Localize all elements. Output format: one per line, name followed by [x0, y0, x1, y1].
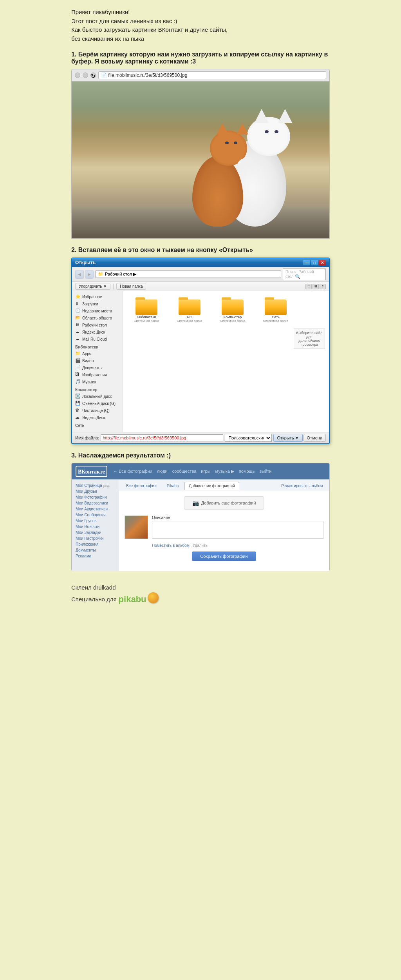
vk-sidebar-mypage[interactable]: Моя Страница ред. [74, 483, 117, 488]
minimize-button[interactable]: — [303, 260, 310, 265]
sidebar-item-yandexdisk[interactable]: ☁ Яндекс.Диск [72, 328, 123, 336]
sidebar-item-izbrannoye[interactable]: ⭐ Избранное [72, 293, 123, 300]
vk-sidebar-messages[interactable]: Мои Сообщения [74, 512, 117, 518]
view-buttons: ☰ ⊞ ? [305, 284, 326, 289]
sidebar-item-desktop[interactable]: 🖥 Рабочий стол [72, 321, 123, 328]
search-placeholder: Поиск: Рабочий стол [285, 270, 314, 279]
vk-sidebar-photos[interactable]: Мои Фотографии [74, 494, 117, 500]
sidebar-label-izbrannoye: Избранное [82, 295, 102, 299]
filename-input[interactable] [101, 434, 223, 441]
new-folder-button[interactable]: Новая папка [116, 283, 146, 290]
vk-sidebar-settings[interactable]: Мои Настройки [74, 535, 117, 541]
folder-icon-computer [222, 297, 244, 315]
close-button[interactable]: ✕ [319, 260, 326, 265]
vk-sidebar: Моя Страница ред. Мои Друзья Мои Фотогра… [72, 479, 119, 571]
shared-icon: 📂 [75, 315, 81, 321]
intro-line3: Как быстро загружать картинки ВКонтакт и… [71, 25, 330, 34]
forward-button[interactable] [83, 73, 88, 78]
save-photos-button[interactable]: Сохранить фотографии [192, 552, 256, 561]
star-icon: ⭐ [75, 294, 81, 299]
place-in-album-button[interactable]: Поместить в альбом [152, 543, 190, 548]
folder-item-computer[interactable]: Компьютер Системная папка [215, 297, 250, 323]
sidebar-label-zagruzki: Загрузки [82, 302, 98, 306]
mailcloud-icon: ☁ [75, 336, 81, 342]
sidebar-item-removabledisk[interactable]: 💾 Съемный диск (G) [72, 400, 123, 407]
sidebar-item-recyclebin[interactable]: 🗑 Чистилище (Q) [72, 407, 123, 414]
address-text: Рабочий стол ▶ [105, 272, 136, 277]
vk-sidebar-audio[interactable]: Мои Аудиозаписи [74, 506, 117, 512]
vk-nav-communities[interactable]: сообщества [172, 469, 197, 474]
maximize-button[interactable]: □ [311, 260, 318, 265]
pikabu-text: pikabu [119, 592, 146, 606]
vk-sidebar-apps[interactable]: Приложения [74, 541, 117, 547]
organize-button[interactable]: Упорядочить ▼ [75, 283, 110, 290]
sidebar-item-apps[interactable]: 📁 Apps [72, 350, 123, 357]
folder-item-pc[interactable]: PC Системная папка [172, 297, 207, 323]
back-button[interactable] [75, 73, 80, 78]
sidebar-label-localdisk: Локальный диск [82, 394, 112, 399]
vk-nav-help[interactable]: помощь [239, 469, 255, 474]
view-list-button[interactable]: ☰ [305, 284, 312, 289]
sidebar-label-documents: Документы [82, 366, 103, 370]
description-textarea[interactable] [152, 521, 323, 539]
refresh-button[interactable]: ↻ [90, 73, 96, 78]
vk-nav-allphotos[interactable]: ← Все фотографии [113, 469, 152, 474]
url-text: file.mobilmusic.ru/3e/5f/d3/569500.jpg [108, 73, 187, 78]
video-icon: 🎬 [75, 358, 81, 363]
vk-nav-logout[interactable]: выйти [259, 469, 271, 474]
cat-image-container [71, 82, 330, 239]
vk-sidebar-friends[interactable]: Мои Друзья [74, 488, 117, 494]
open-button[interactable]: Открыть ▼ [273, 434, 302, 442]
vk-sidebar-ads[interactable]: Реклама [74, 553, 117, 559]
back-nav-arrow[interactable]: ◀ [75, 270, 84, 279]
nav-arrows: ◀ ▶ [75, 270, 94, 279]
folder-item-network[interactable]: Сеть Системная папка [258, 297, 293, 323]
vk-sidebar-bookmarks[interactable]: Мои Закладки [74, 530, 117, 535]
vk-sidebar-docs[interactable]: Документы [74, 547, 117, 553]
pikabu-ball-icon [148, 592, 159, 603]
vk-tab-pikabu[interactable]: Pikabu [163, 482, 183, 490]
vk-logo-text: ВКонтакте [78, 469, 105, 475]
delete-photo-button[interactable]: Удалить [193, 543, 208, 548]
dialog-statusbar: Имя файла: Пользовательские файлы Открыт… [72, 432, 329, 443]
sidebar-item-documents[interactable]: 📄 Документы [72, 364, 123, 371]
sidebar-label-shared: Область общего [82, 316, 112, 320]
footer-section: Склеил drulkadd Специально для pikabu [71, 579, 330, 606]
sidebar-item-yandexdisk2[interactable]: ☁ Яндекс Диск [72, 414, 123, 421]
vk-nav-people[interactable]: люди [157, 469, 168, 474]
vk-nav-games[interactable]: игры [201, 469, 210, 474]
sidebar-item-localdisk[interactable]: 💽 Локальный диск [72, 393, 123, 400]
dialog-body: ⭐ Избранное ⬇ Загрузки 🕐 Недавние места [72, 291, 329, 432]
browser-url[interactable]: 📄 file.mobilmusic.ru/3e/5f/d3/569500.jpg [98, 71, 326, 79]
folder-item-libraries[interactable]: Библиотеки Системная папка [129, 297, 164, 323]
vk-tab-addphotos[interactable]: Добавление фотографий [184, 482, 239, 490]
folder-label-computer: Компьютер [224, 315, 242, 319]
vk-sidebar-videos[interactable]: Мои Видеозаписи [74, 500, 117, 506]
sidebar-item-recentplaces[interactable]: 🕐 Недавние места [72, 307, 123, 314]
open-label: Открыть [277, 436, 294, 440]
vk-sidebar-groups[interactable]: Мои Группы [74, 518, 117, 524]
add-photos-button[interactable]: 📷 Добавить ещё фотографий [184, 496, 264, 510]
view-grid-button[interactable]: ⊞ [312, 284, 319, 289]
sidebar-item-mailrucloud[interactable]: ☁ Mail.Ru Cloud [72, 336, 123, 343]
sidebar-item-music[interactable]: 🎵 Музыка [72, 378, 123, 385]
vk-sidebar-news[interactable]: Мои Новости [74, 524, 117, 530]
sidebar-item-images[interactable]: 🖼 Изображения [72, 371, 123, 378]
browser-window: ↻ 📄 file.mobilmusic.ru/3e/5f/d3/569500.j… [71, 69, 330, 239]
vk-nav-music[interactable]: музыка ▶ [215, 469, 234, 474]
address-box[interactable]: 📁 Рабочий стол ▶ [95, 270, 281, 278]
cancel-button[interactable]: Отмена [303, 434, 326, 442]
help-button[interactable]: ? [320, 284, 326, 289]
forward-nav-arrow[interactable]: ▶ [85, 270, 94, 279]
dialog-addressbar: ◀ ▶ 📁 Рабочий стол ▶ Поиск: Рабочий стол… [72, 267, 329, 282]
localdisk-icon: 💽 [75, 394, 81, 399]
vk-edit-album-btn[interactable]: Редактировать альбом [278, 482, 326, 490]
search-box[interactable]: Поиск: Рабочий стол 🔍 [283, 268, 326, 280]
vk-tab-allphotos[interactable]: Все фотографии [122, 482, 161, 490]
vk-edit-link[interactable]: ред. [103, 484, 110, 488]
dialog-sidebar: ⭐ Избранное ⬇ Загрузки 🕐 Недавние места [72, 291, 123, 432]
sidebar-item-zagruzki[interactable]: ⬇ Загрузки [72, 300, 123, 307]
filetype-select[interactable]: Пользовательские файлы [225, 434, 272, 442]
sidebar-item-video[interactable]: 🎬 Видео [72, 357, 123, 364]
sidebar-item-shared[interactable]: 📂 Область общего [72, 314, 123, 321]
